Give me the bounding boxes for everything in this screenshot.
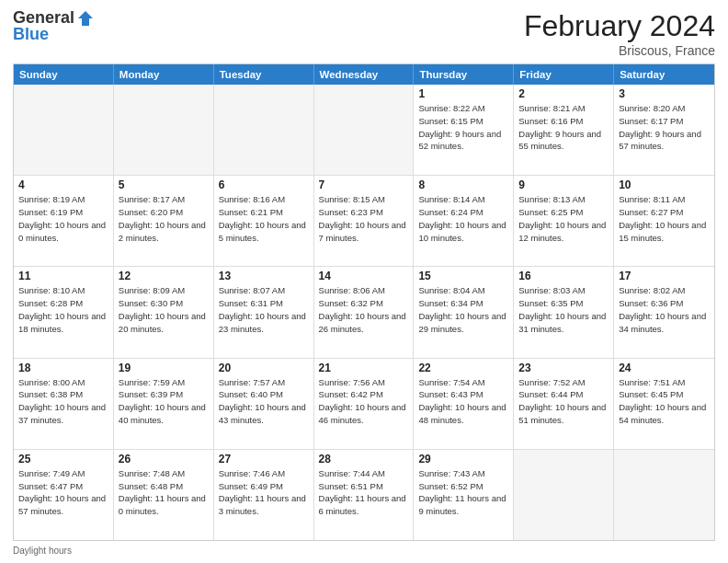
calendar-cell: 10Sunrise: 8:11 AM Sunset: 6:27 PM Dayli…: [614, 176, 714, 266]
day-number: 26: [119, 453, 209, 465]
calendar-cell: [14, 85, 114, 175]
day-number: 7: [319, 178, 409, 191]
calendar-cell: 18Sunrise: 8:00 AM Sunset: 6:38 PM Dayli…: [14, 359, 114, 449]
calendar-cell: 29Sunrise: 7:43 AM Sunset: 6:52 PM Dayli…: [414, 450, 514, 540]
day-info: Sunrise: 8:17 AM Sunset: 6:20 PM Dayligh…: [119, 193, 209, 244]
day-info: Sunrise: 8:09 AM Sunset: 6:30 PM Dayligh…: [119, 284, 209, 335]
day-number: 13: [219, 270, 309, 282]
day-info: Sunrise: 8:20 AM Sunset: 6:17 PM Dayligh…: [619, 102, 710, 153]
day-number: 24: [619, 362, 710, 374]
day-info: Sunrise: 7:43 AM Sunset: 6:52 PM Dayligh…: [418, 467, 508, 518]
day-info: Sunrise: 8:04 AM Sunset: 6:34 PM Dayligh…: [418, 284, 508, 335]
day-info: Sunrise: 7:59 AM Sunset: 6:39 PM Dayligh…: [119, 376, 209, 427]
calendar-row: 18Sunrise: 8:00 AM Sunset: 6:38 PM Dayli…: [14, 358, 714, 449]
calendar-cell: 5Sunrise: 8:17 AM Sunset: 6:20 PM Daylig…: [114, 176, 214, 266]
day-number: 21: [319, 362, 409, 374]
calendar-cell: 22Sunrise: 7:54 AM Sunset: 6:43 PM Dayli…: [414, 359, 514, 449]
calendar-header-cell: Thursday: [414, 64, 514, 85]
calendar-header: SundayMondayTuesdayWednesdayThursdayFrid…: [14, 64, 714, 85]
calendar-cell: 26Sunrise: 7:48 AM Sunset: 6:48 PM Dayli…: [114, 450, 214, 540]
logo-icon: [76, 9, 95, 28]
page: General Blue February 2024 Briscous, Fra…: [0, 0, 728, 563]
day-number: 29: [418, 453, 508, 465]
day-number: 14: [319, 270, 409, 282]
day-number: 12: [119, 270, 209, 282]
calendar-header-cell: Sunday: [14, 64, 114, 85]
day-info: Sunrise: 8:21 AM Sunset: 6:16 PM Dayligh…: [518, 102, 609, 153]
calendar-cell: 27Sunrise: 7:46 AM Sunset: 6:49 PM Dayli…: [214, 450, 314, 540]
day-number: 4: [18, 178, 108, 191]
day-number: 25: [18, 453, 108, 465]
day-info: Sunrise: 8:16 AM Sunset: 6:21 PM Dayligh…: [219, 193, 309, 244]
day-info: Sunrise: 7:54 AM Sunset: 6:43 PM Dayligh…: [418, 376, 508, 427]
logo: General Blue: [13, 9, 95, 44]
day-info: Sunrise: 7:46 AM Sunset: 6:49 PM Dayligh…: [219, 467, 309, 518]
calendar-cell: [114, 85, 214, 175]
day-number: 22: [418, 362, 508, 374]
day-info: Sunrise: 8:19 AM Sunset: 6:19 PM Dayligh…: [18, 193, 108, 244]
calendar-cell: 28Sunrise: 7:44 AM Sunset: 6:51 PM Dayli…: [314, 450, 415, 540]
calendar-cell: 4Sunrise: 8:19 AM Sunset: 6:19 PM Daylig…: [14, 176, 114, 266]
day-info: Sunrise: 8:02 AM Sunset: 6:36 PM Dayligh…: [619, 284, 710, 335]
calendar-cell: [614, 450, 714, 540]
calendar-cell: 21Sunrise: 7:56 AM Sunset: 6:42 PM Dayli…: [314, 359, 415, 449]
calendar-row: 1Sunrise: 8:22 AM Sunset: 6:15 PM Daylig…: [14, 85, 714, 175]
calendar-header-cell: Saturday: [614, 64, 714, 85]
calendar-cell: 6Sunrise: 8:16 AM Sunset: 6:21 PM Daylig…: [214, 176, 314, 266]
day-number: 1: [418, 87, 508, 100]
calendar-body: 1Sunrise: 8:22 AM Sunset: 6:15 PM Daylig…: [14, 85, 714, 540]
title-location: Briscous, France: [524, 43, 715, 58]
calendar-cell: 3Sunrise: 8:20 AM Sunset: 6:17 PM Daylig…: [614, 85, 714, 175]
day-number: 18: [18, 362, 108, 374]
calendar-row: 11Sunrise: 8:10 AM Sunset: 6:28 PM Dayli…: [14, 266, 714, 357]
calendar-row: 25Sunrise: 7:49 AM Sunset: 6:47 PM Dayli…: [14, 449, 714, 540]
day-info: Sunrise: 7:44 AM Sunset: 6:51 PM Dayligh…: [319, 467, 409, 518]
day-info: Sunrise: 7:56 AM Sunset: 6:42 PM Dayligh…: [319, 376, 409, 427]
day-info: Sunrise: 8:06 AM Sunset: 6:32 PM Dayligh…: [319, 284, 409, 335]
title-block: February 2024 Briscous, France: [524, 9, 715, 58]
day-number: 27: [219, 453, 309, 465]
day-number: 2: [518, 87, 609, 100]
calendar-cell: 8Sunrise: 8:14 AM Sunset: 6:24 PM Daylig…: [414, 176, 514, 266]
calendar-cell: 15Sunrise: 8:04 AM Sunset: 6:34 PM Dayli…: [414, 267, 514, 357]
day-number: 3: [619, 87, 710, 100]
day-info: Sunrise: 8:10 AM Sunset: 6:28 PM Dayligh…: [18, 284, 108, 335]
calendar: SundayMondayTuesdayWednesdayThursdayFrid…: [13, 63, 715, 541]
calendar-cell: 2Sunrise: 8:21 AM Sunset: 6:16 PM Daylig…: [514, 85, 614, 175]
calendar-cell: 13Sunrise: 8:07 AM Sunset: 6:31 PM Dayli…: [214, 267, 314, 357]
day-info: Sunrise: 7:52 AM Sunset: 6:44 PM Dayligh…: [518, 376, 609, 427]
calendar-cell: 7Sunrise: 8:15 AM Sunset: 6:23 PM Daylig…: [314, 176, 415, 266]
logo-text: General Blue: [13, 9, 95, 44]
day-info: Sunrise: 8:14 AM Sunset: 6:24 PM Dayligh…: [418, 193, 508, 244]
calendar-cell: 14Sunrise: 8:06 AM Sunset: 6:32 PM Dayli…: [314, 267, 415, 357]
day-info: Sunrise: 8:11 AM Sunset: 6:27 PM Dayligh…: [619, 193, 710, 244]
day-number: 19: [119, 362, 209, 374]
calendar-cell: 19Sunrise: 7:59 AM Sunset: 6:39 PM Dayli…: [114, 359, 214, 449]
calendar-row: 4Sunrise: 8:19 AM Sunset: 6:19 PM Daylig…: [14, 175, 714, 266]
daylight-label: Daylight hours: [13, 546, 72, 556]
day-number: 11: [18, 270, 108, 282]
day-info: Sunrise: 8:13 AM Sunset: 6:25 PM Dayligh…: [518, 193, 609, 244]
calendar-header-cell: Monday: [114, 64, 214, 85]
calendar-cell: 1Sunrise: 8:22 AM Sunset: 6:15 PM Daylig…: [414, 85, 514, 175]
day-number: 20: [219, 362, 309, 374]
day-number: 28: [319, 453, 409, 465]
day-number: 6: [219, 178, 309, 191]
footer: Daylight hours: [13, 546, 715, 556]
day-number: 23: [518, 362, 609, 374]
day-info: Sunrise: 7:48 AM Sunset: 6:48 PM Dayligh…: [119, 467, 209, 518]
calendar-cell: 17Sunrise: 8:02 AM Sunset: 6:36 PM Dayli…: [614, 267, 714, 357]
day-number: 16: [518, 270, 609, 282]
day-number: 9: [518, 178, 609, 191]
calendar-cell: 9Sunrise: 8:13 AM Sunset: 6:25 PM Daylig…: [514, 176, 614, 266]
day-number: 5: [119, 178, 209, 191]
calendar-cell: [514, 450, 614, 540]
day-info: Sunrise: 8:00 AM Sunset: 6:38 PM Dayligh…: [18, 376, 108, 427]
calendar-header-cell: Wednesday: [314, 64, 415, 85]
calendar-cell: 11Sunrise: 8:10 AM Sunset: 6:28 PM Dayli…: [14, 267, 114, 357]
day-info: Sunrise: 8:22 AM Sunset: 6:15 PM Dayligh…: [418, 102, 508, 153]
calendar-cell: 23Sunrise: 7:52 AM Sunset: 6:44 PM Dayli…: [514, 359, 614, 449]
calendar-cell: 20Sunrise: 7:57 AM Sunset: 6:40 PM Dayli…: [214, 359, 314, 449]
calendar-header-cell: Friday: [514, 64, 614, 85]
day-info: Sunrise: 8:07 AM Sunset: 6:31 PM Dayligh…: [219, 284, 309, 335]
